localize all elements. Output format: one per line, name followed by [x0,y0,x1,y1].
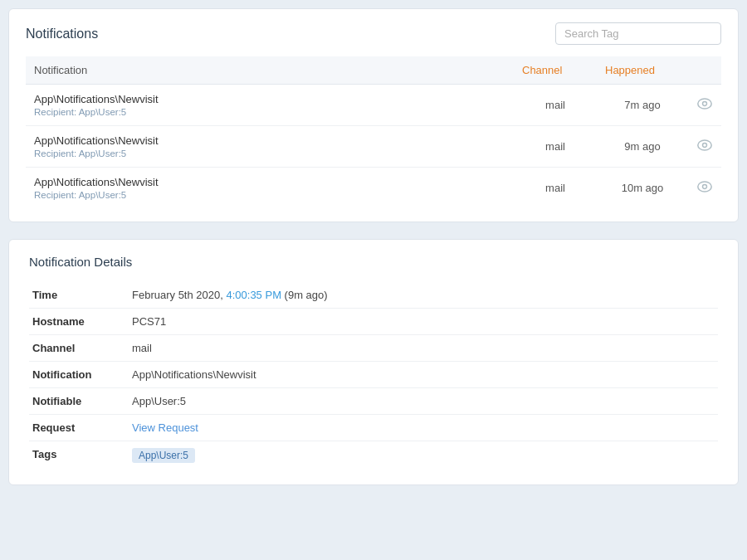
detail-value: mail [132,342,152,354]
notif-happened: 10m ago [597,168,688,209]
detail-label: Tags [29,441,129,470]
detail-row: Tags App\User:5 [29,441,718,470]
detail-value-cell: View Request [129,415,718,441]
detail-value-cell: App\User:5 [129,441,718,470]
detail-value: February 5th 2020, 4:00:35 PM (9m ago) [132,289,328,301]
notif-channel: mail [514,168,597,209]
detail-label: Notification [29,362,129,388]
svg-point-2 [698,140,711,150]
notif-name-cell: App\Notifications\Newvisit Recipient: Ap… [26,85,514,126]
notifications-title: Notifications [26,27,98,41]
notif-recipient: Recipient: App\User:5 [34,190,505,200]
details-panel: Notification Details Time February 5th 2… [8,239,739,485]
details-list: Time February 5th 2020, 4:00:35 PM (9m a… [29,282,718,470]
notif-happened: 7m ago [597,85,688,126]
detail-row: Request View Request [29,415,718,441]
svg-point-5 [703,184,707,188]
notif-channel: mail [514,126,597,168]
detail-row: Notification App\Notifications\Newvisit [29,362,718,388]
detail-label: Request [29,415,129,441]
detail-value-cell: mail [129,335,718,362]
table-row: App\Notifications\Newvisit Recipient: Ap… [26,168,721,209]
detail-row: Hostname PCS71 [29,309,718,335]
notif-name-cell: App\Notifications\Newvisit Recipient: Ap… [26,168,514,209]
col-channel-header: Channel [514,56,597,85]
details-table: Time February 5th 2020, 4:00:35 PM (9m a… [29,282,718,470]
notifications-table: Notification Channel Happened App\Notifi… [26,56,721,208]
notif-action-cell [688,168,721,209]
view-icon[interactable] [697,98,712,112]
notifications-panel: Notifications Notification Channel Happe… [8,8,739,222]
tag-badge: App\User:5 [132,448,195,463]
svg-point-4 [698,182,711,192]
detail-row: Channel mail [29,335,718,362]
table-row: App\Notifications\Newvisit Recipient: Ap… [26,126,721,168]
notif-action-cell [688,126,721,168]
notif-name: App\Notifications\Newvisit [34,134,505,147]
view-icon[interactable] [697,139,712,153]
detail-value-cell: PCS71 [129,309,718,335]
detail-value-cell: App\Notifications\Newvisit [129,362,718,388]
detail-row: Time February 5th 2020, 4:00:35 PM (9m a… [29,282,718,309]
detail-label: Hostname [29,309,129,335]
detail-value: App\User:5 [132,395,186,407]
table-row: App\Notifications\Newvisit Recipient: Ap… [26,85,721,126]
svg-point-3 [703,143,707,147]
table-header: Notification Channel Happened [26,56,721,85]
detail-value: App\Notifications\Newvisit [132,368,256,381]
notifications-list: App\Notifications\Newvisit Recipient: Ap… [26,85,721,209]
notif-recipient: Recipient: App\User:5 [34,107,505,117]
svg-point-0 [698,99,711,109]
detail-label: Channel [29,335,129,362]
notif-name: App\Notifications\Newvisit [34,93,505,105]
detail-row: Notifiable App\User:5 [29,388,718,415]
notif-name-cell: App\Notifications\Newvisit Recipient: Ap… [26,126,514,168]
detail-value: PCS71 [132,315,166,328]
view-icon[interactable] [697,181,712,195]
notifications-header: Notifications [26,22,721,45]
details-title: Notification Details [29,255,718,269]
detail-value-cell: February 5th 2020, 4:00:35 PM (9m ago) [129,282,718,309]
notif-recipient: Recipient: App\User:5 [34,149,505,158]
notif-happened: 9m ago [597,126,688,168]
time-highlight: 4:00:35 PM [226,289,281,301]
notif-name: App\Notifications\Newvisit [34,176,505,188]
detail-value-cell: App\User:5 [129,388,718,415]
detail-label: Notifiable [29,388,129,415]
svg-point-1 [703,101,707,105]
notif-action-cell [688,85,721,126]
notif-channel: mail [514,85,597,126]
search-tag-input[interactable] [555,22,721,45]
col-notification-header: Notification [26,56,514,85]
view-request-link[interactable]: View Request [132,421,198,434]
col-action-header [688,56,721,85]
detail-label: Time [29,282,129,309]
col-happened-header: Happened [597,56,688,85]
